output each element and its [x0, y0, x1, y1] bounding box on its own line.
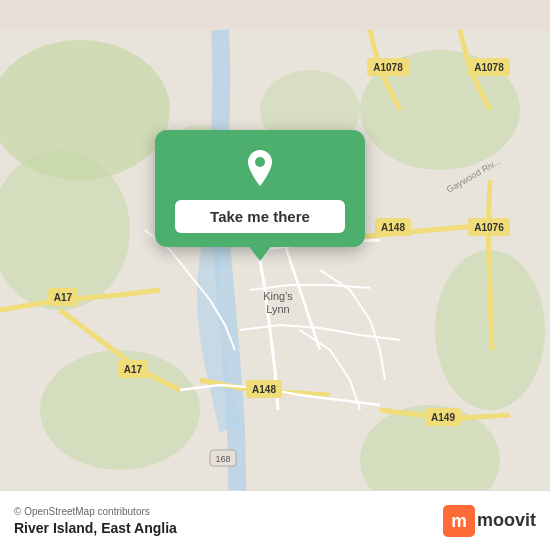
bottom-bar: © OpenStreetMap contributors River Islan…: [0, 490, 550, 550]
map-svg: A1078 A1078 A1076 A148 A148 A149 A17 A17…: [0, 0, 550, 550]
moovit-icon: m: [443, 505, 475, 537]
svg-text:King's: King's: [263, 290, 293, 302]
attribution-text: © OpenStreetMap contributors: [14, 506, 443, 517]
svg-text:168: 168: [215, 454, 230, 464]
svg-text:Lynn: Lynn: [266, 303, 289, 315]
svg-text:m: m: [451, 511, 467, 531]
svg-text:A17: A17: [54, 292, 73, 303]
bottom-bar-info: © OpenStreetMap contributors River Islan…: [14, 506, 443, 536]
svg-point-30: [255, 157, 265, 167]
svg-text:A1076: A1076: [474, 222, 504, 233]
popup-card: Take me there: [155, 130, 365, 247]
map-container: A1078 A1078 A1076 A148 A148 A149 A17 A17…: [0, 0, 550, 550]
svg-text:A17: A17: [124, 364, 143, 375]
svg-text:A1078: A1078: [373, 62, 403, 73]
location-pin-icon: [238, 146, 282, 190]
svg-text:A149: A149: [431, 412, 455, 423]
location-name: River Island, East Anglia: [14, 520, 443, 536]
moovit-logo: m moovit: [443, 505, 536, 537]
moovit-label: moovit: [477, 510, 536, 531]
svg-text:A148: A148: [381, 222, 405, 233]
svg-text:A1078: A1078: [474, 62, 504, 73]
take-me-there-button[interactable]: Take me there: [175, 200, 345, 233]
svg-text:A148: A148: [252, 384, 276, 395]
